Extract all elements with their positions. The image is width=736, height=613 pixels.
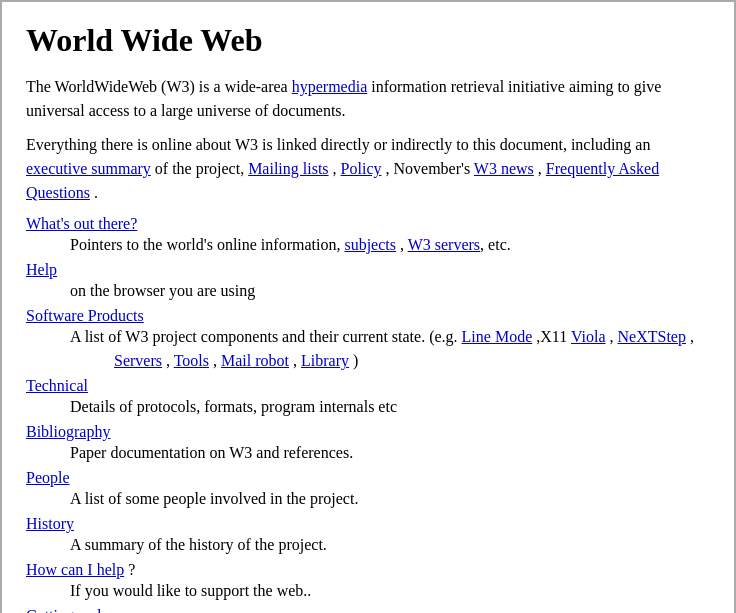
subjects-link[interactable]: subjects [344, 236, 396, 253]
whats-out-there-link[interactable]: What's out there? [26, 215, 710, 233]
people-desc: A list of some people involved in the pr… [70, 487, 710, 511]
tools-link[interactable]: Tools [174, 352, 209, 369]
help-desc: on the browser you are using [70, 279, 710, 303]
section-how-can-i-help: How can I help ? If you would like to su… [26, 561, 710, 603]
section-bibliography: Bibliography Paper documentation on W3 a… [26, 423, 710, 465]
section-software-products: Software Products A list of W3 project c… [26, 307, 710, 373]
page-title: World Wide Web [26, 22, 710, 59]
history-link[interactable]: History [26, 515, 710, 533]
intro-paragraph-2: Everything there is online about W3 is l… [26, 133, 710, 205]
how-can-i-help-link[interactable]: How can I help [26, 561, 124, 578]
how-can-i-help-desc: If you would like to support the web.. [70, 579, 710, 603]
intro-paragraph-1: The WorldWideWeb (W3) is a wide-area hyp… [26, 75, 710, 123]
main-window: World Wide Web The WorldWideWeb (W3) is … [0, 0, 736, 613]
whats-out-there-desc: Pointers to the world's online informati… [70, 233, 710, 257]
intro1-text: The WorldWideWeb (W3) is a wide-area [26, 78, 292, 95]
section-people: People A list of some people involved in… [26, 469, 710, 511]
section-technical: Technical Details of protocols, formats,… [26, 377, 710, 419]
help-link[interactable]: Help [26, 261, 710, 279]
software-products-desc: A list of W3 project components and thei… [70, 325, 710, 373]
section-whats-out-there: What's out there? Pointers to the world'… [26, 215, 710, 257]
technical-desc: Details of protocols, formats, program i… [70, 395, 710, 419]
section-help: Help on the browser you are using [26, 261, 710, 303]
executive-summary-link[interactable]: executive summary [26, 160, 151, 177]
how-can-i-help-row: How can I help ? [26, 561, 135, 578]
technical-link[interactable]: Technical [26, 377, 710, 395]
library-link[interactable]: Library [301, 352, 349, 369]
mailing-lists-link[interactable]: Mailing lists [248, 160, 328, 177]
getting-code-link[interactable]: Getting code [26, 607, 710, 613]
history-desc: A summary of the history of the project. [70, 533, 710, 557]
mail-robot-link[interactable]: Mail robot [221, 352, 289, 369]
hypermedia-link[interactable]: hypermedia [292, 78, 368, 95]
line-mode-link[interactable]: Line Mode [462, 328, 533, 345]
section-history: History A summary of the history of the … [26, 515, 710, 557]
w3-servers-link[interactable]: W3 servers [408, 236, 480, 253]
section-list: What's out there? Pointers to the world'… [26, 215, 710, 613]
section-getting-code: Getting code Getting the code by anonymo… [26, 607, 710, 613]
viola-link[interactable]: Viola [571, 328, 606, 345]
policy-link[interactable]: Policy [341, 160, 382, 177]
w3-news-link[interactable]: W3 news [474, 160, 534, 177]
software-products-link[interactable]: Software Products [26, 307, 710, 325]
bibliography-desc: Paper documentation on W3 and references… [70, 441, 710, 465]
servers-link[interactable]: Servers [114, 352, 162, 369]
nextstep-link[interactable]: NeXTStep [618, 328, 686, 345]
bibliography-link[interactable]: Bibliography [26, 423, 710, 441]
people-link[interactable]: People [26, 469, 710, 487]
